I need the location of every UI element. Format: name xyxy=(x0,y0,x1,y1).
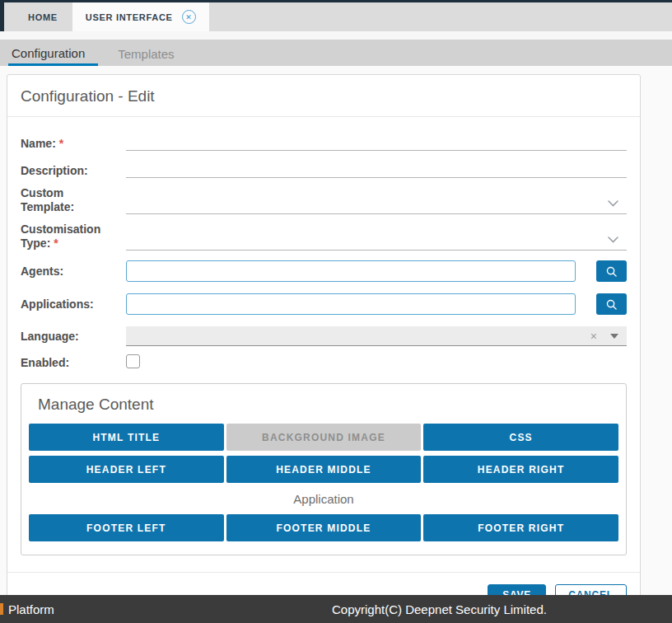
manage-content-grid: HTML TITLE BACKGROUND IMAGE CSS HEADER L… xyxy=(29,424,618,541)
close-tab-icon[interactable]: ✕ xyxy=(182,10,196,24)
manage-content-title: Manage Content xyxy=(38,396,618,414)
description-input[interactable] xyxy=(126,159,627,178)
header-left-button[interactable]: HEADER LEFT xyxy=(29,456,224,483)
subtab-configuration[interactable]: Configuration xyxy=(8,40,98,66)
footer-left-button[interactable]: FOOTER LEFT xyxy=(29,514,224,541)
agents-label: Agents: xyxy=(21,265,111,279)
applications-label: Applications: xyxy=(21,297,111,312)
header-middle-button[interactable]: HEADER MIDDLE xyxy=(226,456,422,483)
tab-bar-understrip xyxy=(0,31,672,40)
app-window: HOME USER INTERFACE ✕ Configuration Temp… xyxy=(0,0,672,623)
form-row-agents: Agents: xyxy=(21,260,627,282)
status-bar: Platform Copyright(C) Deepnet Security L… xyxy=(0,595,672,623)
html-title-button[interactable]: HTML TITLE xyxy=(29,424,224,451)
enabled-checkbox[interactable] xyxy=(126,354,140,368)
footer-logo-fragment xyxy=(0,603,3,615)
tab-home-label: HOME xyxy=(28,12,58,22)
search-icon xyxy=(605,265,618,278)
header-right-button[interactable]: HEADER RIGHT xyxy=(423,456,618,483)
configuration-edit-card: Configuration - Edit Name: * Description… xyxy=(7,74,641,610)
custom-template-label: Custom Template: xyxy=(21,186,111,214)
subtab-templates[interactable]: Templates xyxy=(114,40,187,66)
background-image-button: BACKGROUND IMAGE xyxy=(226,424,422,451)
window-tab-bar: HOME USER INTERFACE ✕ xyxy=(4,2,672,31)
form-row-language: Language: × xyxy=(21,326,627,346)
agents-search-button[interactable] xyxy=(596,260,627,282)
tab-user-interface-label: USER INTERFACE xyxy=(86,12,173,22)
footer-copyright: Copyright(C) Deepnet Security Limited. xyxy=(332,602,547,616)
tab-home[interactable]: HOME xyxy=(13,2,72,31)
footer-platform-label: Platform xyxy=(8,602,54,616)
enabled-label: Enabled: xyxy=(21,356,111,370)
required-marker: * xyxy=(54,237,58,250)
form-row-applications: Applications: xyxy=(21,293,627,315)
customisation-type-label: Customisation Type: * xyxy=(21,222,111,251)
required-marker: * xyxy=(59,137,63,150)
clear-icon[interactable]: × xyxy=(590,330,597,342)
name-input[interactable] xyxy=(126,132,627,151)
application-caption: Application xyxy=(29,488,618,509)
applications-input[interactable] xyxy=(126,293,576,315)
subtab-bar: Configuration Templates xyxy=(0,40,672,66)
form-row-name: Name: * xyxy=(21,132,627,151)
footer-right-button[interactable]: FOOTER RIGHT xyxy=(423,514,618,541)
page-title: Configuration - Edit xyxy=(7,75,640,117)
customisation-type-select[interactable] xyxy=(126,232,627,251)
search-icon xyxy=(605,298,618,311)
applications-search-button[interactable] xyxy=(596,293,627,315)
manage-content-panel: Manage Content HTML TITLE BACKGROUND IMA… xyxy=(21,383,627,555)
form-row-customisation-type: Customisation Type: * xyxy=(21,222,627,251)
caret-down-icon[interactable] xyxy=(610,334,618,339)
language-label: Language: xyxy=(21,330,111,344)
agents-input[interactable] xyxy=(126,260,576,282)
language-combobox[interactable]: × xyxy=(126,326,627,346)
form-row-enabled: Enabled: xyxy=(21,354,627,372)
custom-template-select[interactable] xyxy=(126,195,627,214)
configuration-form: Name: * Description: Custom Template: xyxy=(7,117,640,372)
footer-middle-button[interactable]: FOOTER MIDDLE xyxy=(226,514,422,541)
description-label: Description: xyxy=(21,164,111,178)
tab-user-interface[interactable]: USER INTERFACE ✕ xyxy=(72,2,209,31)
form-row-custom-template: Custom Template: xyxy=(21,186,627,214)
css-button[interactable]: CSS xyxy=(423,424,618,451)
form-row-description: Description: xyxy=(21,159,627,178)
name-label: Name: * xyxy=(21,137,111,151)
